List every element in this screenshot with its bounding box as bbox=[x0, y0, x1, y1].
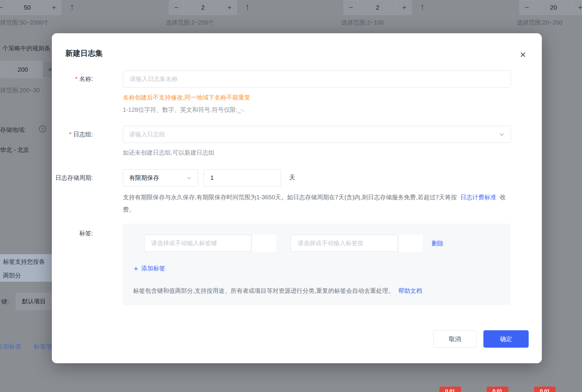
tags-panel: 删除 + 添加标签 标签包含键和值两部分,支持按用途、所有者或项目等对资源进行分… bbox=[123, 224, 511, 305]
price-badge: 0.01 bbox=[439, 387, 461, 392]
tag-value-spacer bbox=[399, 235, 423, 252]
stepper-value: 50 bbox=[8, 0, 47, 15]
range-hint: 选择范围:2~100 bbox=[341, 19, 384, 27]
plus-button: + bbox=[222, 0, 237, 15]
log-group-label: *日志组: bbox=[52, 130, 93, 138]
tag-key-input[interactable] bbox=[144, 235, 251, 252]
chevron-down-icon bbox=[186, 175, 192, 181]
minus-button: − bbox=[0, 0, 8, 15]
arrow-up-icon: ↑ bbox=[245, 2, 250, 12]
stepper-group-3: − 2 + bbox=[343, 0, 412, 15]
stepper-group-4: − 20 + bbox=[519, 0, 582, 15]
region-value: 华北 - 北京 bbox=[0, 146, 29, 154]
stepper-group-1: − 50 + bbox=[0, 0, 61, 15]
plus-button: + bbox=[573, 0, 582, 15]
name-label: *名称: bbox=[52, 75, 93, 83]
add-tag-button[interactable]: + 添加标签 bbox=[134, 264, 165, 272]
tags-label: 标签: bbox=[52, 229, 93, 237]
billing-standard-link[interactable]: 日志计费标准 bbox=[460, 194, 496, 200]
minus-button: − bbox=[519, 0, 534, 15]
modal-title: 新建日志集 bbox=[65, 48, 103, 58]
retention-mode-select[interactable]: 有限期保存 bbox=[123, 169, 198, 186]
stepper-value: 2 bbox=[183, 0, 222, 15]
log-group-placeholder: 请输入日志组 bbox=[129, 130, 165, 138]
price-badge: 0.01 bbox=[534, 387, 556, 392]
minus-button: − bbox=[169, 0, 184, 15]
rule-count-text: 个策略中的规则条 bbox=[2, 44, 50, 52]
log-group-hint: 如还未创建日志组,可以新建日志组 bbox=[123, 149, 215, 157]
help-doc-link[interactable]: 帮助文档 bbox=[398, 287, 422, 294]
required-asterisk: * bbox=[69, 131, 72, 138]
tag-value-input[interactable] bbox=[291, 235, 398, 252]
add-tag-link: 添加标签 bbox=[0, 342, 22, 351]
help-icon: ? bbox=[39, 125, 46, 132]
name-warning: 名称创建后不支持修改,同一地域下名称不能重复 bbox=[123, 94, 251, 102]
confirm-button[interactable]: 确定 bbox=[483, 330, 529, 348]
screen: − 50 + ↑ 择范围:50~2000个 − 2 + ↑ 选择范围:2~200… bbox=[0, 0, 582, 392]
cancel-button[interactable]: 取消 bbox=[433, 330, 477, 348]
tags-description: 标签包含键和值两部分,支持按用途、所有者或项目等对资源进行分类,重复的标签会自动… bbox=[133, 286, 505, 295]
tooltip-text: 两部分 bbox=[3, 272, 21, 280]
retention-label: 日志存储周期: bbox=[52, 174, 93, 182]
required-asterisk: * bbox=[75, 76, 78, 82]
stepper-value: 20 bbox=[534, 0, 573, 15]
range-hint: 择范围:200~30 bbox=[0, 86, 40, 94]
arrow-up-icon: ↑ bbox=[420, 2, 425, 12]
key-label: 键: bbox=[1, 298, 9, 306]
close-icon[interactable]: ✕ bbox=[517, 49, 529, 61]
plus-icon: + bbox=[134, 265, 138, 272]
stepper-group-left: − 200 + bbox=[0, 61, 58, 78]
add-tag-label: 添加标签 bbox=[141, 264, 165, 272]
retention-unit: 天 bbox=[289, 174, 295, 182]
key-select-value: 默认项目 bbox=[22, 297, 46, 305]
stepper-value: 200 bbox=[3, 61, 43, 78]
retention-description: 支持有期限保存与永久保存,有期限保存时间范围为1-3650天。如日志存储周期在7… bbox=[123, 191, 512, 216]
plus-button: + bbox=[397, 0, 412, 15]
log-group-select[interactable]: 请输入日志组 bbox=[123, 126, 511, 143]
range-hint: 择范围:50~2000个 bbox=[0, 19, 49, 27]
create-logset-modal: 新建日志集 ✕ *名称: 名称创建后不支持修改,同一地域下名称不能重复 1-12… bbox=[52, 33, 542, 363]
stepper-value: 2 bbox=[358, 0, 397, 15]
retention-mode-value: 有限期保存 bbox=[129, 174, 159, 182]
arrow-up-icon: ↑ bbox=[70, 2, 74, 12]
tag-key-spacer bbox=[252, 235, 276, 252]
stepper-group-2: − 2 + bbox=[169, 0, 237, 15]
range-hint: 选择范围:2~200个 bbox=[166, 19, 214, 27]
tags-desc-text: 标签包含键和值两部分,支持按用途、所有者或项目等对资源进行分类,重复的标签会自动… bbox=[133, 287, 394, 294]
retention-days-input[interactable] bbox=[203, 169, 281, 186]
range-hint: 选择范围:20~200 bbox=[517, 19, 563, 27]
storage-region-label: 存储地域: bbox=[0, 126, 26, 134]
tooltip-text: 标签支持您按各 bbox=[3, 258, 45, 266]
retention-desc-text: 支持有期限保存与永久保存,有期限保存时间范围为1-3650天。如日志存储周期在7… bbox=[123, 194, 457, 200]
plus-button: + bbox=[46, 0, 61, 15]
logset-name-input[interactable] bbox=[123, 70, 511, 88]
name-hint: 1-128位字符、数字、英文和符号,符号仅限:_-. bbox=[123, 106, 245, 114]
price-badge: 0.01 bbox=[487, 387, 508, 392]
minus-button: − bbox=[343, 0, 358, 15]
chevron-down-icon bbox=[499, 132, 505, 138]
delete-tag-link[interactable]: 删除 bbox=[432, 239, 444, 248]
